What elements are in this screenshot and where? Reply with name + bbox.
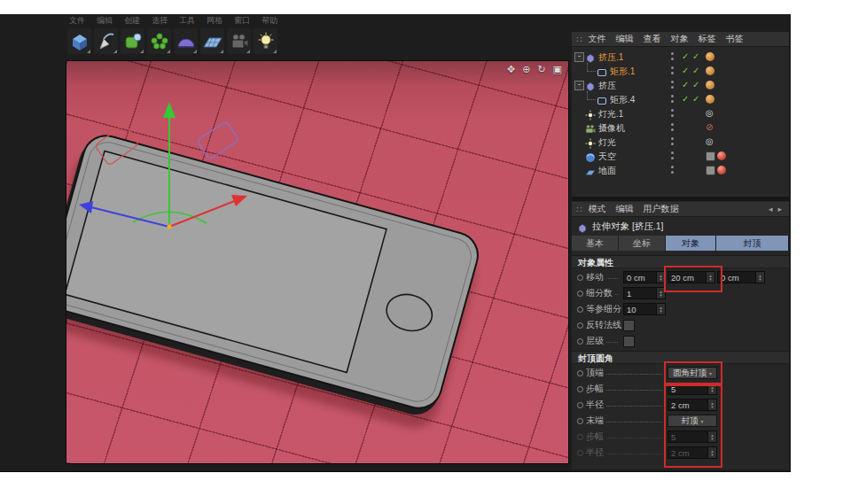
pan-view-icon[interactable]: ✥ [507, 64, 515, 74]
history-forward-icon[interactable]: ▸ [777, 205, 782, 213]
start-radius-field[interactable]: 2 cm▴▾ [668, 399, 717, 411]
spline-pen-tool-icon[interactable] [94, 28, 118, 54]
keyframe-circle[interactable] [577, 418, 583, 424]
light-tool-icon[interactable] [254, 28, 277, 54]
menu-edit[interactable]: 编辑 [97, 15, 113, 27]
menu-select[interactable]: 选择 [152, 15, 168, 27]
spinner-icon[interactable]: ▴▾ [707, 447, 716, 458]
spinner-icon[interactable]: ▴▾ [656, 272, 665, 283]
menu-mesh[interactable]: 网格 [207, 15, 223, 27]
tab-object[interactable]: 对象 [666, 236, 716, 251]
material-tag-icon[interactable] [717, 151, 726, 160]
spinner-icon[interactable]: ▴▾ [755, 272, 764, 283]
enable-check-icon[interactable]: ✓ [682, 66, 689, 76]
keyframe-circle[interactable] [577, 402, 583, 408]
om-menu-tags[interactable]: 标签 [698, 33, 715, 45]
tree-row-rectangle-4[interactable]: 矩形.4 ✓ ✓ [572, 92, 789, 106]
object-label[interactable]: 摄像机 [598, 122, 625, 135]
protection-tag-icon[interactable]: ⊘ [706, 123, 714, 132]
object-label[interactable]: 灯光.1 [598, 108, 623, 120]
render-check-icon[interactable]: ✓ [692, 94, 699, 105]
phong-tag-icon[interactable] [706, 81, 714, 89]
visibility-dots[interactable] [671, 166, 674, 176]
render-check-icon[interactable]: ✓ [692, 51, 699, 62]
visibility-dots[interactable] [671, 52, 674, 63]
target-tag-icon[interactable]: ◎ [706, 109, 714, 118]
visibility-dots[interactable] [671, 109, 674, 120]
material-tag-icon[interactable] [717, 166, 726, 174]
keyframe-circle[interactable] [577, 450, 583, 456]
keyframe-circle[interactable] [577, 338, 583, 345]
spinner-icon[interactable]: ▴▾ [707, 399, 716, 410]
object-label[interactable]: 挤压.1 [598, 51, 623, 64]
keyframe-circle[interactable] [577, 386, 583, 392]
am-menu-edit[interactable]: 编辑 [615, 203, 633, 215]
keyframe-circle[interactable] [577, 291, 583, 297]
tree-row-extrude[interactable]: - 挤压 ✓ ✓ [572, 78, 789, 92]
phong-tag-icon[interactable] [706, 95, 714, 104]
menu-create[interactable]: 创建 [124, 15, 140, 27]
keyframe-circle[interactable] [577, 306, 583, 313]
flip-normals-checkbox[interactable] [623, 320, 635, 331]
history-back-icon[interactable]: ◂ [769, 205, 773, 213]
tree-row-light-1[interactable]: 灯光.1 ◎ [572, 106, 789, 120]
tree-row-floor[interactable]: 地面 [572, 163, 789, 177]
end-steps-field[interactable]: 5▴▾ [668, 430, 717, 443]
expand-toggle-icon[interactable]: - [574, 52, 584, 62]
enable-check-icon[interactable]: ✓ [682, 51, 689, 62]
cube-primitive-tool-icon[interactable] [67, 28, 91, 54]
floor-environment-tool-icon[interactable] [200, 28, 224, 54]
enable-check-icon[interactable]: ✓ [682, 94, 689, 105]
tree-row-extrude-1[interactable]: - 挤压.1 ✓ ✓ [572, 50, 789, 64]
section-header-object-properties[interactable]: 对象属性 [572, 255, 789, 268]
end-cap-dropdown[interactable]: 封顶▾ [668, 415, 717, 427]
keyframe-circle[interactable] [577, 370, 583, 376]
deformer-tool-icon[interactable] [174, 28, 198, 54]
object-label[interactable]: 地面 [598, 165, 616, 177]
spinner-icon[interactable]: ▴▾ [707, 431, 716, 442]
tree-row-rectangle-1[interactable]: 矩形.1 ✓ ✓ [572, 64, 789, 78]
om-menu-object[interactable]: 对象 [670, 33, 688, 45]
maximize-view-icon[interactable]: ▣ [553, 64, 562, 74]
start-cap-dropdown[interactable]: 圆角封顶▾ [668, 367, 717, 379]
expand-toggle-icon[interactable]: - [574, 81, 584, 90]
section-header-caps[interactable]: 封顶圆角 [572, 351, 789, 364]
object-label[interactable]: 天空 [598, 151, 616, 163]
keyframe-circle[interactable] [577, 322, 583, 329]
om-menu-view[interactable]: 查看 [643, 33, 660, 45]
visibility-dots[interactable] [671, 95, 674, 105]
phong-tag-icon[interactable] [706, 66, 714, 75]
object-label[interactable]: 挤压 [598, 80, 616, 92]
render-check-icon[interactable]: ✓ [692, 66, 699, 76]
menu-window[interactable]: 窗口 [234, 15, 250, 27]
iso-subdivision-field[interactable]: 10▴▾ [623, 303, 666, 315]
tree-row-sky[interactable]: 天空 [572, 149, 789, 163]
menu-help[interactable]: 帮助 [262, 15, 277, 27]
movement-x-field[interactable]: 0 cm▴▾ [623, 271, 666, 283]
rotate-view-icon[interactable]: ↻ [537, 64, 545, 74]
subdivision-field[interactable]: 1▴▾ [623, 287, 666, 299]
visibility-dots[interactable] [671, 123, 674, 134]
movement-z-field[interactable]: 0 cm▴▾ [717, 271, 765, 283]
keyframe-circle[interactable] [577, 434, 583, 440]
object-label[interactable]: 灯光 [598, 136, 616, 149]
phong-tag-icon[interactable] [706, 52, 714, 61]
compositing-tag-icon[interactable] [706, 151, 715, 161]
menu-file[interactable]: 文件 [69, 15, 85, 27]
grip-icon[interactable]: ∷ [576, 35, 582, 44]
zoom-view-icon[interactable]: ⊕ [522, 64, 530, 74]
visibility-dots[interactable] [671, 151, 674, 162]
om-menu-edit[interactable]: 编辑 [615, 33, 633, 45]
panel-divider[interactable] [572, 197, 789, 201]
visibility-dots[interactable] [671, 137, 674, 148]
grip-icon[interactable]: ∷ [576, 205, 582, 214]
am-menu-userdata[interactable]: 用户数据 [643, 203, 678, 215]
target-tag-icon[interactable]: ◎ [706, 137, 714, 146]
keyframe-circle[interactable] [577, 275, 583, 281]
3d-viewport[interactable]: ✥ ⊕ ↻ ▣ [66, 60, 569, 464]
tree-row-light[interactable]: 灯光 ◎ [572, 135, 789, 149]
object-label[interactable]: 矩形.4 [610, 94, 635, 106]
spline-rectangle-blue[interactable] [197, 121, 239, 160]
spinner-icon[interactable]: ▴▾ [656, 288, 665, 299]
spinner-icon[interactable]: ▴▾ [707, 384, 716, 394]
